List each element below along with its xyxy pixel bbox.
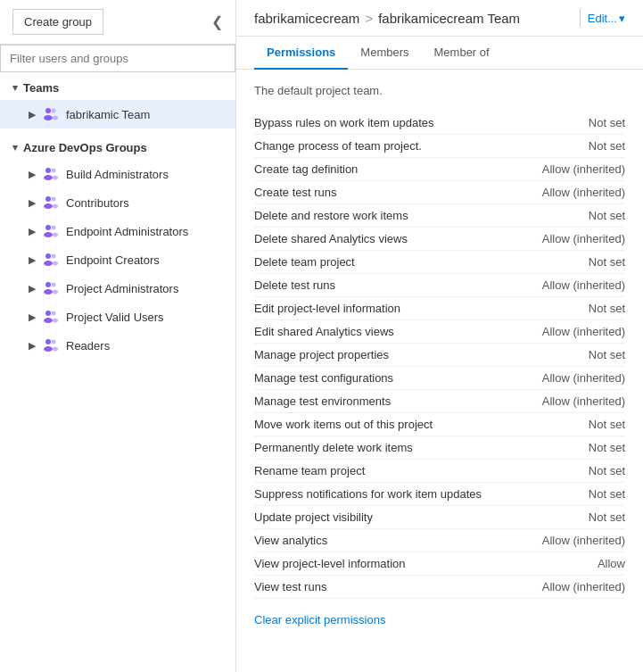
permission-name: Update project visibility [254, 510, 509, 524]
table-row: Permanently delete work items Not set [254, 436, 625, 460]
svg-point-3 [53, 116, 58, 120]
permission-name: Delete and restore work items [254, 209, 509, 222]
sidebar-item-project-valid-users[interactable]: ▶ Project Valid Users [0, 303, 235, 331]
create-group-button[interactable]: Create group [12, 9, 103, 35]
project-admins-label: Project Administrators [66, 282, 178, 295]
tab-permissions[interactable]: Permissions [254, 37, 348, 70]
table-row: Create tag definition Allow (inherited) [254, 158, 625, 181]
svg-point-25 [44, 318, 53, 323]
project-admins-chevron-icon: ▶ [29, 283, 36, 295]
table-row: Update project visibility Not set [254, 506, 625, 529]
permission-value: Not set [509, 139, 625, 153]
svg-point-9 [44, 203, 53, 209]
permission-name: Create tag definition [254, 162, 509, 176]
permission-name: Manage project properties [254, 348, 509, 361]
sidebar-item-contributors[interactable]: ▶ Contributors [0, 188, 235, 217]
teams-section: ▾ Teams ▶ fabrikamic Team [0, 72, 235, 132]
permission-value: Allow (inherited) [509, 534, 625, 547]
svg-point-27 [53, 319, 58, 323]
team-item-label: fabrikamic Team [66, 108, 150, 121]
filter-container [0, 45, 235, 72]
sidebar-header: Create group ❮ [0, 0, 235, 45]
contributors-chevron-icon: ▶ [29, 197, 36, 209]
sidebar-item-endpoint-administrators[interactable]: ▶ Endpoint Administrators [0, 217, 235, 245]
permission-value: Not set [509, 255, 625, 269]
permission-value: Not set [509, 209, 625, 222]
edit-label: Edit... [588, 12, 617, 25]
svg-point-0 [45, 108, 51, 113]
table-row: Delete team project Not set [254, 251, 625, 274]
project-valid-users-icon [41, 308, 59, 326]
svg-point-26 [52, 311, 56, 316]
permission-value: Not set [509, 487, 625, 501]
permission-value: Allow (inherited) [509, 394, 625, 408]
svg-point-19 [53, 261, 58, 266]
tab-member-of[interactable]: Member of [422, 37, 502, 70]
permission-value: Not set [509, 510, 625, 524]
permission-name: Permanently delete work items [254, 441, 509, 454]
svg-point-6 [52, 169, 56, 173]
edit-button[interactable]: Edit... ▾ [588, 12, 625, 25]
permission-value: Allow (inherited) [509, 371, 625, 385]
table-row: Bypass rules on work item updates Not se… [254, 112, 625, 135]
svg-point-11 [53, 204, 58, 209]
svg-point-8 [45, 196, 51, 202]
svg-point-1 [44, 115, 53, 120]
permission-value: Not set [509, 441, 625, 454]
azure-devops-section-header[interactable]: ▾ Azure DevOps Groups [0, 136, 235, 160]
project-admins-icon [41, 279, 59, 297]
breadcrumb-team: fabrikamicecream Team [378, 11, 520, 26]
svg-point-13 [44, 232, 53, 237]
svg-point-4 [45, 168, 51, 173]
permission-value: Allow [509, 557, 625, 570]
endpoint-admins-chevron-icon: ▶ [29, 226, 36, 237]
permission-value: Allow (inherited) [509, 325, 625, 338]
permission-value: Allow (inherited) [509, 186, 625, 199]
table-row: Delete test runs Allow (inherited) [254, 274, 625, 297]
svg-point-14 [52, 226, 56, 230]
svg-point-20 [45, 282, 51, 287]
permission-value: Allow (inherited) [509, 580, 625, 593]
permission-name: Delete team project [254, 255, 509, 269]
team-icon [41, 105, 59, 123]
permission-name: Delete test runs [254, 278, 509, 292]
contributors-label: Contributors [66, 196, 129, 210]
permission-value: Allow (inherited) [509, 162, 625, 176]
permission-name: Rename team project [254, 464, 509, 477]
permission-value: Not set [509, 464, 625, 477]
main-header: fabrikamicecream > fabrikamicecream Team… [236, 0, 643, 37]
sidebar-item-fabrikamic-team[interactable]: ▶ fabrikamic Team [0, 100, 235, 129]
svg-point-10 [52, 197, 56, 202]
table-row: Manage project properties Not set [254, 344, 625, 367]
permission-name: Manage test environments [254, 394, 509, 408]
endpoint-creators-icon [41, 251, 59, 269]
svg-point-17 [44, 261, 53, 266]
tab-members[interactable]: Members [348, 37, 421, 70]
header-actions: Edit... ▾ [573, 9, 625, 27]
permission-value: Allow (inherited) [509, 278, 625, 292]
table-row: Change process of team project. Not set [254, 135, 625, 158]
permission-name: Change process of team project. [254, 139, 509, 153]
table-row: View project-level information Allow [254, 552, 625, 576]
team-item-chevron-icon: ▶ [29, 109, 36, 120]
svg-point-30 [52, 340, 56, 344]
sidebar-item-readers[interactable]: ▶ Readers [0, 331, 235, 360]
teams-section-header[interactable]: ▾ Teams [0, 76, 235, 100]
clear-permissions-link[interactable]: Clear explicit permissions [254, 613, 385, 626]
readers-icon [41, 336, 59, 354]
breadcrumb-separator: > [365, 11, 373, 26]
permission-name: Delete shared Analytics views [254, 232, 509, 245]
default-team-label: The default project team. [254, 84, 625, 97]
build-admins-icon [41, 165, 59, 183]
svg-point-15 [53, 233, 58, 237]
svg-point-28 [45, 339, 51, 344]
sidebar-item-build-administrators[interactable]: ▶ Build Administrators [0, 160, 235, 188]
permission-value: Not set [509, 418, 625, 431]
sidebar-item-project-administrators[interactable]: ▶ Project Administrators [0, 274, 235, 303]
collapse-icon[interactable]: ❮ [208, 10, 227, 34]
svg-point-24 [45, 311, 51, 316]
endpoint-creators-label: Endpoint Creators [66, 253, 160, 267]
azure-devops-section-label: Azure DevOps Groups [23, 141, 147, 154]
sidebar-item-endpoint-creators[interactable]: ▶ Endpoint Creators [0, 245, 235, 274]
filter-input[interactable] [0, 45, 235, 72]
